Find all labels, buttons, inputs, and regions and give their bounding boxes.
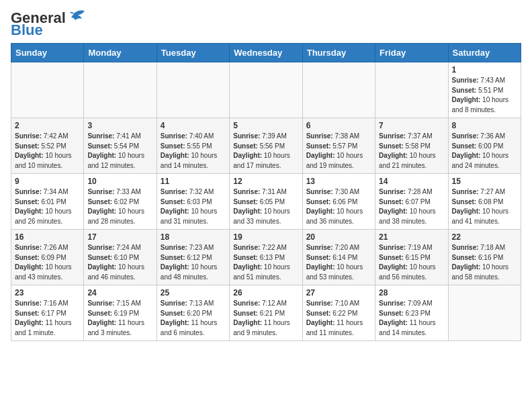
calendar-week-5: 23Sunrise: 7:16 AMSunset: 6:17 PMDayligh… — [11, 285, 521, 341]
logo-blue: Blue — [11, 23, 43, 38]
calendar-cell: 19Sunrise: 7:22 AMSunset: 6:13 PMDayligh… — [230, 230, 302, 285]
day-info: Sunrise: 7:32 AMSunset: 6:03 PMDaylight:… — [161, 187, 226, 226]
calendar-cell: 4Sunrise: 7:40 AMSunset: 5:55 PMDaylight… — [157, 118, 229, 174]
day-info: Sunrise: 7:36 AMSunset: 6:00 PMDaylight:… — [452, 132, 517, 171]
day-info: Sunrise: 7:18 AMSunset: 6:16 PMDaylight:… — [452, 243, 517, 282]
calendar-cell: 15Sunrise: 7:27 AMSunset: 6:08 PMDayligh… — [448, 174, 521, 230]
calendar-cell: 18Sunrise: 7:23 AMSunset: 6:12 PMDayligh… — [157, 230, 229, 285]
calendar-cell: 8Sunrise: 7:36 AMSunset: 6:00 PMDaylight… — [448, 118, 521, 174]
day-info: Sunrise: 7:22 AMSunset: 6:13 PMDaylight:… — [233, 243, 298, 282]
day-info: Sunrise: 7:38 AMSunset: 5:57 PMDaylight:… — [306, 132, 371, 171]
day-info: Sunrise: 7:26 AMSunset: 6:09 PMDaylight:… — [15, 243, 80, 282]
day-number: 8 — [452, 121, 517, 130]
day-info: Sunrise: 7:28 AMSunset: 6:07 PMDaylight:… — [379, 187, 444, 226]
day-number: 7 — [379, 121, 444, 130]
day-number: 9 — [15, 177, 80, 186]
day-number: 25 — [161, 288, 226, 298]
calendar-week-2: 2Sunrise: 7:42 AMSunset: 5:52 PMDaylight… — [11, 118, 521, 174]
day-info: Sunrise: 7:27 AMSunset: 6:08 PMDaylight:… — [452, 187, 517, 226]
calendar-week-4: 16Sunrise: 7:26 AMSunset: 6:09 PMDayligh… — [11, 230, 521, 285]
calendar-cell — [157, 62, 229, 118]
day-number: 6 — [306, 121, 371, 130]
day-number: 2 — [15, 121, 80, 130]
calendar-cell — [11, 62, 84, 118]
day-number: 19 — [233, 232, 298, 242]
calendar-cell: 2Sunrise: 7:42 AMSunset: 5:52 PMDaylight… — [11, 118, 84, 174]
col-header-friday: Friday — [375, 44, 448, 62]
calendar-cell: 25Sunrise: 7:13 AMSunset: 6:20 PMDayligh… — [157, 285, 229, 341]
day-info: Sunrise: 7:40 AMSunset: 5:55 PMDaylight:… — [161, 132, 226, 171]
day-number: 15 — [452, 177, 517, 186]
col-header-wednesday: Wednesday — [230, 44, 302, 62]
day-info: Sunrise: 7:30 AMSunset: 6:06 PMDaylight:… — [306, 187, 371, 226]
logo-bird-icon — [67, 8, 86, 26]
day-number: 3 — [87, 121, 152, 130]
col-header-thursday: Thursday — [302, 44, 375, 62]
day-number: 27 — [306, 288, 371, 298]
calendar-cell: 3Sunrise: 7:41 AMSunset: 5:54 PMDaylight… — [84, 118, 157, 174]
day-info: Sunrise: 7:13 AMSunset: 6:20 PMDaylight:… — [161, 299, 226, 338]
calendar-cell: 24Sunrise: 7:15 AMSunset: 6:19 PMDayligh… — [84, 285, 157, 341]
day-info: Sunrise: 7:39 AMSunset: 5:56 PMDaylight:… — [233, 132, 298, 171]
calendar-cell — [84, 62, 157, 118]
calendar-cell: 6Sunrise: 7:38 AMSunset: 5:57 PMDaylight… — [302, 118, 375, 174]
day-info: Sunrise: 7:19 AMSunset: 6:15 PMDaylight:… — [379, 243, 444, 282]
day-number: 22 — [452, 232, 517, 242]
day-info: Sunrise: 7:10 AMSunset: 6:22 PMDaylight:… — [306, 299, 371, 338]
day-number: 11 — [161, 177, 226, 186]
day-number: 13 — [306, 177, 371, 186]
day-number: 4 — [161, 121, 226, 130]
day-number: 16 — [15, 232, 80, 242]
day-info: Sunrise: 7:12 AMSunset: 6:21 PMDaylight:… — [233, 299, 298, 338]
calendar-cell: 27Sunrise: 7:10 AMSunset: 6:22 PMDayligh… — [302, 285, 375, 341]
calendar-cell: 13Sunrise: 7:30 AMSunset: 6:06 PMDayligh… — [302, 174, 375, 230]
day-info: Sunrise: 7:20 AMSunset: 6:14 PMDaylight:… — [306, 243, 371, 282]
day-number: 14 — [379, 177, 444, 186]
day-number: 20 — [306, 232, 371, 242]
day-number: 12 — [233, 177, 298, 186]
calendar-week-1: 1Sunrise: 7:43 AMSunset: 5:51 PMDaylight… — [11, 62, 521, 118]
calendar-cell — [302, 62, 375, 118]
day-number: 26 — [233, 288, 298, 298]
day-number: 1 — [452, 65, 517, 75]
logo: General Blue — [11, 11, 86, 38]
day-info: Sunrise: 7:31 AMSunset: 6:05 PMDaylight:… — [233, 187, 298, 226]
page-header: General Blue — [11, 11, 521, 38]
day-number: 18 — [161, 232, 226, 242]
calendar-table: SundayMondayTuesdayWednesdayThursdayFrid… — [11, 43, 521, 341]
calendar-cell: 21Sunrise: 7:19 AMSunset: 6:15 PMDayligh… — [375, 230, 448, 285]
col-header-saturday: Saturday — [448, 44, 521, 62]
calendar-header-row: SundayMondayTuesdayWednesdayThursdayFrid… — [11, 44, 521, 62]
day-info: Sunrise: 7:42 AMSunset: 5:52 PMDaylight:… — [15, 132, 80, 171]
calendar-cell: 16Sunrise: 7:26 AMSunset: 6:09 PMDayligh… — [11, 230, 84, 285]
calendar-cell: 28Sunrise: 7:09 AMSunset: 6:23 PMDayligh… — [375, 285, 448, 341]
day-number: 17 — [87, 232, 152, 242]
calendar-cell: 1Sunrise: 7:43 AMSunset: 5:51 PMDaylight… — [448, 62, 521, 118]
day-info: Sunrise: 7:16 AMSunset: 6:17 PMDaylight:… — [15, 299, 80, 338]
calendar-cell: 26Sunrise: 7:12 AMSunset: 6:21 PMDayligh… — [230, 285, 302, 341]
calendar-cell: 17Sunrise: 7:24 AMSunset: 6:10 PMDayligh… — [84, 230, 157, 285]
calendar-cell: 23Sunrise: 7:16 AMSunset: 6:17 PMDayligh… — [11, 285, 84, 341]
col-header-sunday: Sunday — [11, 44, 84, 62]
day-info: Sunrise: 7:09 AMSunset: 6:23 PMDaylight:… — [379, 299, 444, 338]
calendar-cell: 12Sunrise: 7:31 AMSunset: 6:05 PMDayligh… — [230, 174, 302, 230]
day-info: Sunrise: 7:33 AMSunset: 6:02 PMDaylight:… — [87, 187, 152, 226]
calendar-week-3: 9Sunrise: 7:34 AMSunset: 6:01 PMDaylight… — [11, 174, 521, 230]
calendar-cell: 7Sunrise: 7:37 AMSunset: 5:58 PMDaylight… — [375, 118, 448, 174]
day-number: 28 — [379, 288, 444, 298]
calendar-cell: 14Sunrise: 7:28 AMSunset: 6:07 PMDayligh… — [375, 174, 448, 230]
day-info: Sunrise: 7:15 AMSunset: 6:19 PMDaylight:… — [87, 299, 152, 338]
day-info: Sunrise: 7:34 AMSunset: 6:01 PMDaylight:… — [15, 187, 80, 226]
calendar-cell: 22Sunrise: 7:18 AMSunset: 6:16 PMDayligh… — [448, 230, 521, 285]
day-number: 10 — [87, 177, 152, 186]
day-number: 23 — [15, 288, 80, 298]
day-info: Sunrise: 7:24 AMSunset: 6:10 PMDaylight:… — [87, 243, 152, 282]
calendar-cell: 20Sunrise: 7:20 AMSunset: 6:14 PMDayligh… — [302, 230, 375, 285]
col-header-monday: Monday — [84, 44, 157, 62]
calendar-cell — [230, 62, 302, 118]
calendar-cell: 5Sunrise: 7:39 AMSunset: 5:56 PMDaylight… — [230, 118, 302, 174]
day-number: 5 — [233, 121, 298, 130]
col-header-tuesday: Tuesday — [157, 44, 229, 62]
day-info: Sunrise: 7:43 AMSunset: 5:51 PMDaylight:… — [452, 76, 517, 115]
day-info: Sunrise: 7:41 AMSunset: 5:54 PMDaylight:… — [87, 132, 152, 171]
